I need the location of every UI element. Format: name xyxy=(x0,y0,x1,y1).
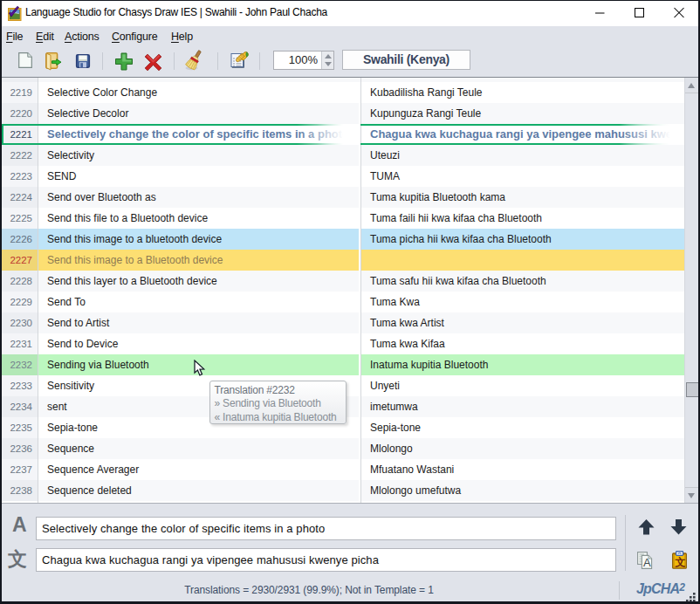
svg-text:A: A xyxy=(643,556,651,569)
svg-text:文: 文 xyxy=(675,556,686,568)
